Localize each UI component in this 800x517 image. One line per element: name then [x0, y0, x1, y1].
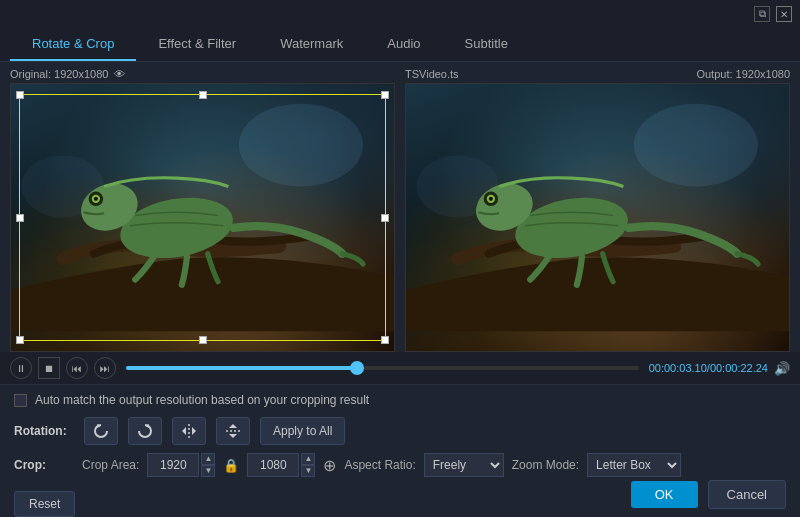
svg-point-6	[94, 197, 98, 201]
close-button[interactable]: ✕	[776, 6, 792, 22]
crop-width-up[interactable]: ▲	[201, 453, 215, 465]
flip-vertical-button[interactable]	[216, 417, 250, 445]
prev-button[interactable]: ⏮	[66, 357, 88, 379]
pause-icon: ⏸	[16, 363, 26, 374]
tab-audio[interactable]: Audio	[365, 28, 442, 61]
svg-point-13	[489, 197, 493, 201]
ok-button[interactable]: OK	[631, 481, 698, 508]
tab-subtitle[interactable]: Subtitle	[443, 28, 530, 61]
aspect-ratio-label: Aspect Ratio:	[344, 458, 415, 472]
time-current: 00:00:03.10	[649, 362, 707, 374]
title-bar: ⧉ ✕	[0, 0, 800, 28]
auto-match-row: Auto match the output resolution based o…	[14, 393, 786, 407]
time-display: 00:00:03.10/00:00:22.24	[649, 362, 768, 374]
cancel-button[interactable]: Cancel	[708, 480, 786, 509]
stop-button[interactable]: ⏹	[38, 357, 60, 379]
output-video-bg	[406, 84, 789, 351]
rotation-label: Rotation:	[14, 424, 74, 438]
stop-icon: ⏹	[44, 363, 54, 374]
next-icon: ⏭	[100, 363, 110, 374]
flip-horizontal-button[interactable]	[172, 417, 206, 445]
svg-marker-20	[229, 424, 237, 428]
prev-icon: ⏮	[72, 363, 82, 374]
crop-label: Crop:	[14, 458, 74, 472]
rotation-row: Rotation:	[14, 417, 786, 445]
output-video-frame	[405, 83, 790, 352]
lock-icon[interactable]: 🔒	[223, 458, 239, 473]
crop-height-up[interactable]: ▲	[301, 453, 315, 465]
bottom-bar: OK Cancel	[0, 472, 800, 517]
output-filename: TSVideo.ts	[405, 68, 459, 80]
original-video-panel: Original: 1920x1080 👁	[10, 68, 395, 352]
auto-match-label: Auto match the output resolution based o…	[35, 393, 369, 407]
tab-watermark[interactable]: Watermark	[258, 28, 365, 61]
tab-bar: Rotate & Crop Effect & Filter Watermark …	[0, 28, 800, 62]
output-label-row: TSVideo.ts Output: 1920x1080	[405, 68, 790, 80]
rotate-left-icon	[92, 422, 110, 440]
original-video-frame	[10, 83, 395, 352]
progress-track[interactable]	[126, 366, 639, 370]
original-label-text: Original: 1920x1080	[10, 68, 108, 80]
playback-bar: ⏸ ⏹ ⏮ ⏭ 00:00:03.10/00:00:22.24 🔊	[0, 352, 800, 384]
svg-point-0	[239, 104, 363, 187]
volume-icon[interactable]: 🔊	[774, 361, 790, 376]
progress-fill	[126, 366, 357, 370]
svg-point-7	[634, 104, 758, 187]
progress-thumb[interactable]	[350, 361, 364, 375]
apply-all-button[interactable]: Apply to All	[260, 417, 345, 445]
pause-button[interactable]: ⏸	[10, 357, 32, 379]
next-button[interactable]: ⏭	[94, 357, 116, 379]
flip-v-icon	[224, 422, 242, 440]
output-video-panel: TSVideo.ts Output: 1920x1080	[405, 68, 790, 352]
crop-area-label: Crop Area:	[82, 458, 139, 472]
rotate-right-icon	[136, 422, 154, 440]
tab-rotate-crop[interactable]: Rotate & Crop	[10, 28, 136, 61]
flip-h-icon	[180, 422, 198, 440]
video-area: Original: 1920x1080 👁	[0, 62, 800, 352]
eye-icon[interactable]: 👁	[114, 68, 125, 80]
zoom-mode-label: Zoom Mode:	[512, 458, 579, 472]
rotate-right-button[interactable]	[128, 417, 162, 445]
svg-marker-18	[192, 427, 196, 435]
tab-effect-filter[interactable]: Effect & Filter	[136, 28, 258, 61]
auto-match-checkbox[interactable]	[14, 394, 27, 407]
output-label-text: Output: 1920x1080	[696, 68, 790, 80]
svg-marker-17	[182, 427, 186, 435]
output-chameleon-svg	[406, 84, 789, 351]
rotate-left-button[interactable]	[84, 417, 118, 445]
original-video-bg	[11, 84, 394, 351]
time-total: 00:00:22.24	[710, 362, 768, 374]
original-label: Original: 1920x1080 👁	[10, 68, 395, 80]
svg-marker-21	[229, 434, 237, 438]
restore-button[interactable]: ⧉	[754, 6, 770, 22]
original-chameleon-svg	[11, 84, 394, 351]
